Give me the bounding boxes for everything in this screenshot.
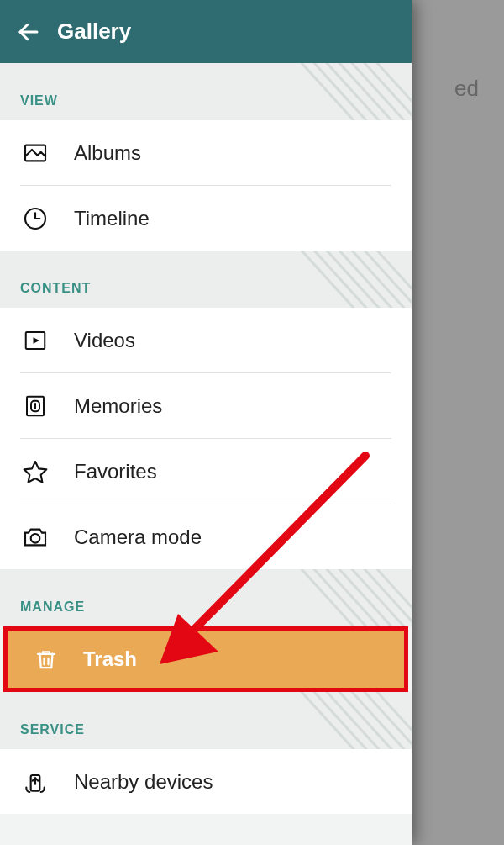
svg-line-26 bbox=[319, 569, 386, 626]
clock-icon bbox=[20, 203, 50, 234]
section-label: CONTENT bbox=[20, 281, 91, 296]
svg-line-35 bbox=[319, 692, 386, 749]
svg-line-38 bbox=[357, 692, 412, 749]
svg-line-13 bbox=[332, 251, 399, 308]
trash-icon bbox=[31, 644, 61, 674]
app-bar: Gallery bbox=[0, 0, 412, 63]
svg-marker-22 bbox=[24, 462, 47, 483]
image-icon bbox=[20, 138, 50, 168]
arrow-back-icon bbox=[16, 19, 41, 45]
svg-line-16 bbox=[370, 251, 412, 308]
drawer-item-label: Favorites bbox=[74, 460, 157, 483]
navigation-drawer: Gallery VIEW Albums Timeline C bbox=[0, 0, 412, 845]
svg-line-25 bbox=[307, 569, 374, 626]
svg-line-36 bbox=[332, 692, 399, 749]
drawer-item-label: Nearby devices bbox=[74, 770, 213, 794]
section-header-view: VIEW bbox=[0, 63, 412, 120]
memories-icon bbox=[20, 391, 50, 421]
drawer-item-label: Timeline bbox=[74, 207, 150, 230]
svg-line-12 bbox=[319, 251, 386, 308]
svg-line-33 bbox=[294, 692, 361, 749]
svg-marker-18 bbox=[34, 337, 40, 344]
decorative-stripes bbox=[260, 63, 412, 120]
section-label: VIEW bbox=[20, 93, 58, 108]
svg-line-37 bbox=[344, 692, 412, 749]
section-label: MANAGE bbox=[20, 599, 85, 615]
svg-line-11 bbox=[307, 251, 374, 308]
drawer-item-favorites[interactable]: Favorites bbox=[0, 439, 412, 504]
section-header-manage: MANAGE bbox=[0, 569, 412, 626]
svg-point-23 bbox=[31, 534, 40, 543]
svg-line-3 bbox=[319, 63, 386, 120]
svg-line-34 bbox=[307, 692, 374, 749]
svg-line-6 bbox=[357, 63, 412, 120]
decorative-stripes bbox=[260, 692, 412, 749]
camera-icon bbox=[20, 522, 50, 552]
section-header-content: CONTENT bbox=[0, 251, 412, 308]
svg-line-7 bbox=[370, 63, 412, 120]
page-title: Gallery bbox=[57, 18, 131, 45]
back-button[interactable] bbox=[10, 13, 47, 50]
section-label: SERVICE bbox=[20, 722, 85, 737]
svg-line-5 bbox=[344, 63, 412, 120]
drawer-item-albums[interactable]: Albums bbox=[0, 120, 412, 185]
svg-line-28 bbox=[344, 569, 412, 626]
svg-line-2 bbox=[307, 63, 374, 120]
drawer-item-label: Videos bbox=[74, 329, 135, 352]
drawer-item-camera-mode[interactable]: Camera mode bbox=[0, 504, 412, 569]
drawer-item-videos[interactable]: Videos bbox=[0, 308, 412, 372]
svg-line-29 bbox=[357, 569, 412, 626]
drawer-item-trash[interactable]: Trash bbox=[3, 626, 408, 692]
svg-line-39 bbox=[370, 692, 412, 749]
decorative-stripes bbox=[260, 251, 412, 308]
svg-line-1 bbox=[294, 63, 361, 120]
decorative-stripes bbox=[260, 569, 412, 626]
svg-line-27 bbox=[332, 569, 399, 626]
drawer-item-label: Memories bbox=[74, 394, 162, 418]
svg-line-30 bbox=[370, 569, 412, 626]
section-header-service: SERVICE bbox=[0, 692, 412, 749]
drawer-item-label: Camera mode bbox=[74, 525, 202, 549]
drawer-item-nearby-devices[interactable]: Nearby devices bbox=[0, 749, 412, 814]
svg-line-10 bbox=[294, 251, 361, 308]
svg-line-14 bbox=[344, 251, 412, 308]
drawer-item-timeline[interactable]: Timeline bbox=[0, 186, 412, 251]
play-icon bbox=[20, 325, 50, 356]
svg-line-4 bbox=[332, 63, 399, 120]
nearby-icon bbox=[20, 767, 50, 797]
svg-line-15 bbox=[357, 251, 412, 308]
drawer-item-label: Albums bbox=[74, 141, 141, 165]
drawer-item-memories[interactable]: Memories bbox=[0, 373, 412, 438]
backdrop-partial-text: ed bbox=[454, 76, 479, 102]
star-icon bbox=[20, 457, 50, 487]
drawer-item-label: Trash bbox=[83, 647, 137, 671]
svg-line-24 bbox=[294, 569, 361, 626]
